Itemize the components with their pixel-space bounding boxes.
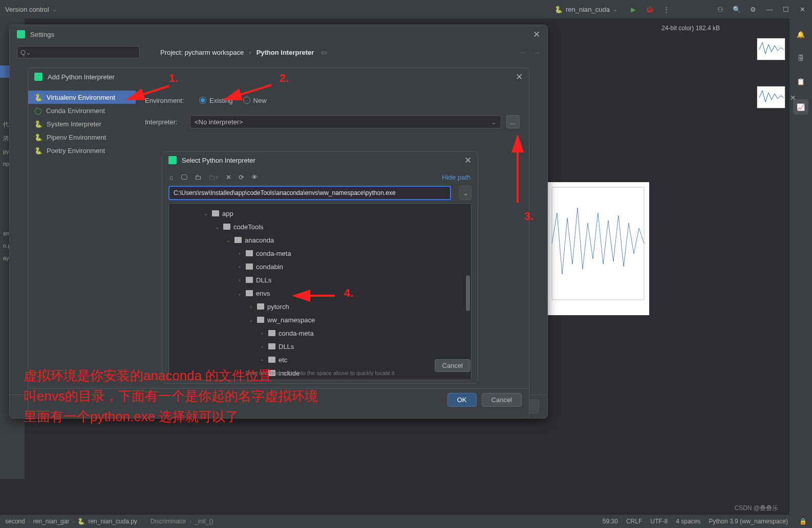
- tree-item-codeTools[interactable]: ⌄codeTools: [169, 220, 471, 233]
- ok-button[interactable]: OK: [447, 393, 477, 407]
- search-icon[interactable]: 🔍: [732, 5, 741, 14]
- tree-item-ww_namespace[interactable]: ⌄ww_namespace: [169, 313, 471, 326]
- encoding[interactable]: UTF-8: [650, 518, 668, 525]
- close-icon[interactable]: ✕: [790, 94, 796, 102]
- folder-icon: [223, 224, 230, 230]
- desktop-icon[interactable]: 🖵: [181, 173, 187, 181]
- nav-back-icon[interactable]: ←: [520, 49, 526, 56]
- plot-thumbnail[interactable]: ✕: [757, 86, 785, 108]
- interp-type-pipenv[interactable]: 🐍 Pipenv Environment: [28, 130, 136, 144]
- file-tree[interactable]: ⌄app⌄codeTools⌄anaconda›conda-meta›conda…: [168, 203, 472, 380]
- copy-icon[interactable]: ▭: [321, 49, 327, 56]
- delete-icon[interactable]: ✕: [226, 173, 231, 181]
- breadcrumb-project[interactable]: Project: pycharm workspace: [160, 49, 244, 56]
- radio-unchecked-icon: [243, 97, 250, 104]
- close-icon[interactable]: ✕: [516, 72, 523, 82]
- breadcrumb-interpreter[interactable]: Python Interpreter: [257, 49, 314, 56]
- chevron-right-icon[interactable]: ›: [259, 357, 265, 363]
- interp-type-system[interactable]: 🐍 System Interpreter: [28, 117, 136, 130]
- chevron-down-icon[interactable]: ⌄: [214, 224, 220, 230]
- chevron-right-icon[interactable]: ›: [237, 251, 243, 256]
- interpreter-type-list: 🐍 Virtualenv Environment ◯ Conda Environ…: [28, 85, 136, 388]
- chevron-right-icon[interactable]: ›: [237, 277, 243, 283]
- tree-item-anaconda[interactable]: ⌄anaconda: [169, 233, 471, 247]
- notifications-icon[interactable]: 🔔: [795, 29, 806, 40]
- chevron-down-icon[interactable]: ⌄: [248, 317, 254, 323]
- tree-item-conda-meta[interactable]: ›conda-meta: [169, 326, 471, 340]
- chevron-right-icon[interactable]: ›: [248, 304, 254, 310]
- run-icon[interactable]: ▶: [629, 5, 638, 14]
- radio-new[interactable]: New: [243, 97, 267, 104]
- more-icon[interactable]: ⋮: [661, 5, 671, 14]
- tree-item-label: ww_namespace: [267, 316, 315, 324]
- interpreter-status[interactable]: Python 3.9 (ww_namespace): [709, 518, 788, 525]
- chevron-right-icon[interactable]: ›: [237, 264, 243, 270]
- add-interp-title-text: Add Python Interpreter: [48, 73, 115, 81]
- tree-item-envs[interactable]: ⌄envs: [169, 287, 471, 300]
- settings-search-input[interactable]: Q⌄: [17, 46, 140, 58]
- debug-icon[interactable]: 🐞: [645, 5, 654, 14]
- tree-item-DLLs[interactable]: ›DLLs: [169, 340, 471, 353]
- run-config-selector[interactable]: 🐍 ren_nian_cuda ⌄: [550, 5, 622, 14]
- chevron-down-icon[interactable]: ⌄: [237, 291, 243, 296]
- path-history-dropdown[interactable]: ⌄: [459, 186, 472, 200]
- tree-item-etc[interactable]: ›etc: [169, 353, 471, 366]
- interp-type-virtualenv[interactable]: 🐍 Virtualenv Environment: [28, 91, 136, 104]
- chevron-down-icon[interactable]: ⌄: [203, 211, 209, 216]
- chevron-down-icon[interactable]: ⌄: [225, 237, 231, 243]
- close-icon[interactable]: ✕: [464, 155, 472, 166]
- tree-item-pytorch[interactable]: ›pytorch: [169, 300, 471, 313]
- lock-icon[interactable]: 🔒: [799, 518, 807, 525]
- show-hidden-icon[interactable]: 👁: [251, 173, 258, 181]
- project-icon[interactable]: 🗀: [195, 173, 201, 181]
- radio-existing[interactable]: Existing: [199, 97, 233, 104]
- interp-type-conda[interactable]: ◯ Conda Environment: [28, 104, 136, 117]
- hide-path-link[interactable]: Hide path: [442, 173, 471, 181]
- folder-icon: [234, 237, 242, 243]
- cursor-position[interactable]: 59:30: [603, 518, 618, 525]
- minimize-icon[interactable]: —: [765, 5, 774, 14]
- nav-forward-icon[interactable]: →: [533, 49, 540, 56]
- cancel-button[interactable]: Cancel: [482, 393, 522, 407]
- breadcrumb-item[interactable]: Discriminator: [151, 518, 186, 525]
- scrollbar-handle[interactable]: [466, 275, 470, 311]
- pycharm-icon: [168, 156, 177, 164]
- folder-icon: [246, 250, 253, 256]
- breadcrumb-file[interactable]: ren_nian_cuda.py: [88, 518, 137, 525]
- tree-item-app[interactable]: ⌄app: [169, 207, 471, 220]
- user-icon[interactable]: ⚇: [716, 5, 725, 14]
- folder-icon: [257, 303, 264, 310]
- folder-icon: [212, 210, 219, 216]
- ellipsis-icon: …: [510, 118, 517, 126]
- line-ending[interactable]: CRLF: [626, 518, 642, 525]
- close-icon[interactable]: ✕: [533, 29, 540, 40]
- chevron-down-icon: ⌄: [52, 6, 57, 13]
- refresh-icon[interactable]: ⟳: [239, 173, 244, 181]
- new-folder-icon[interactable]: 🗀+: [208, 173, 219, 181]
- path-input[interactable]: C:\Users\rsw\Installed\app\codeTools\ana…: [168, 186, 451, 200]
- breadcrumb-item[interactable]: ren_nian_gar: [33, 518, 70, 525]
- chevron-right-icon[interactable]: ›: [259, 331, 265, 336]
- close-icon[interactable]: ✕: [798, 5, 807, 14]
- folder-icon: [257, 317, 264, 323]
- cancel-button[interactable]: Cancel: [435, 359, 471, 372]
- home-icon[interactable]: ⌂: [169, 173, 174, 181]
- database-icon[interactable]: 🗄: [795, 52, 806, 63]
- chevron-right-icon[interactable]: ›: [259, 344, 265, 349]
- breadcrumb-item[interactable]: _init_(): [195, 518, 213, 525]
- version-control-menu[interactable]: Version control: [5, 6, 49, 13]
- breadcrumb-item[interactable]: second: [5, 518, 25, 525]
- maximize-icon[interactable]: ☐: [781, 5, 790, 14]
- interp-type-poetry[interactable]: 🐍 Poetry Environment: [28, 144, 136, 157]
- tree-item-conda-meta[interactable]: ›conda-meta: [169, 247, 471, 260]
- environment-label: Environment:: [145, 97, 191, 104]
- browse-button[interactable]: …: [506, 115, 520, 128]
- tree-item-DLLs[interactable]: ›DLLs: [169, 273, 471, 287]
- indent-setting[interactable]: 4 spaces: [676, 518, 700, 525]
- clipboard-icon[interactable]: 📋: [795, 76, 806, 87]
- plot-thumbnail[interactable]: [757, 38, 785, 60]
- interpreter-select[interactable]: <No interpreter> ⌄: [190, 115, 501, 128]
- tree-item-label: condabin: [256, 263, 283, 271]
- tree-item-condabin[interactable]: ›condabin: [169, 260, 471, 273]
- gear-icon[interactable]: ⚙: [749, 5, 758, 14]
